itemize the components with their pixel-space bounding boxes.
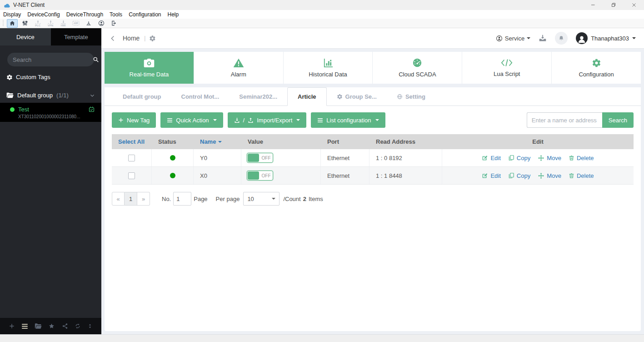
toggle-knob [248, 154, 259, 162]
exit-toolbar-button[interactable] [109, 19, 120, 28]
edit-icon [482, 155, 488, 161]
value-toggle[interactable]: OFF [247, 153, 273, 163]
search-button[interactable]: Search [602, 112, 634, 128]
sidebar-tab-template[interactable]: Template [51, 28, 102, 45]
toolbar-grip[interactable] [3, 20, 4, 27]
edit-link[interactable]: Edit [482, 172, 500, 179]
tags-table: Select All Status Name Value Port Read A… [112, 134, 634, 185]
count-prefix: /Count [283, 196, 300, 202]
download-icon[interactable] [539, 35, 547, 42]
share-icon[interactable] [62, 323, 68, 329]
delete-link[interactable]: Delete [569, 172, 594, 179]
tab-configuration[interactable]: Configuration [552, 52, 641, 84]
subtab-seminar[interactable]: Seminar202... [229, 88, 287, 106]
online-status-dot [10, 107, 15, 112]
menu-deviceconfig[interactable]: DeviceConfig [24, 10, 63, 19]
user-menu[interactable]: Thanaphat303 [576, 32, 636, 44]
menu-devicethrough[interactable]: DeviceThrough [63, 10, 106, 19]
home-icon [9, 20, 15, 26]
tab-alarm[interactable]: Alarm [194, 52, 284, 84]
per-page-select[interactable]: 10 [243, 192, 280, 206]
edit-icon [482, 172, 488, 179]
close-button[interactable] [624, 0, 644, 10]
vpn-toolbar-button: VPN [45, 19, 56, 28]
trash-icon [569, 172, 574, 179]
device-status-icon[interactable] [88, 106, 95, 113]
sort-icon[interactable] [87, 323, 93, 329]
statusbar [0, 334, 644, 342]
service-dropdown[interactable]: Service [496, 35, 530, 42]
group-tabs: Default group Control Mot... Seminar202.… [105, 87, 641, 106]
tab-historical-data[interactable]: Historical Data [284, 52, 373, 84]
value-toggle[interactable]: OFF [247, 171, 273, 181]
caret-down-icon [272, 198, 275, 200]
copy-link[interactable]: Copy [508, 172, 530, 179]
favorite-icon[interactable] [48, 323, 55, 329]
menu-display[interactable]: Display [0, 10, 24, 19]
sidebar-tab-device[interactable]: Device [0, 28, 51, 45]
refresh-icon[interactable] [75, 323, 81, 329]
menu-configuration[interactable]: Configuration [125, 10, 164, 19]
per-page-label: Per page [216, 196, 240, 202]
row-checkbox[interactable] [128, 172, 135, 179]
move-icon [538, 155, 544, 161]
arp-toolbar-button: ARP [70, 19, 81, 28]
caret-down-icon [375, 119, 379, 121]
subtab-setting[interactable]: Setting [387, 88, 435, 106]
menu-help[interactable]: Help [165, 10, 182, 19]
select-all-header[interactable]: Select All [112, 134, 152, 149]
tuning-toolbar-button[interactable] [20, 19, 30, 28]
page-settings-icon[interactable] [149, 35, 156, 42]
row-checkbox[interactable] [128, 155, 135, 161]
restore-button[interactable] [603, 0, 624, 10]
search-icon[interactable] [93, 56, 99, 63]
page-number-input[interactable] [173, 192, 191, 206]
prev-page-button[interactable]: « [112, 192, 125, 206]
subtab-default-group[interactable]: Default group [113, 88, 171, 106]
tab-lua-script[interactable]: Lua Script [462, 52, 552, 84]
delete-link[interactable]: Delete [569, 155, 594, 161]
move-link[interactable]: Move [538, 172, 561, 179]
tab-realtime-data[interactable]: Real-time Data [105, 52, 194, 84]
minimize-button[interactable] [583, 0, 603, 10]
chevron-down-icon[interactable] [90, 93, 95, 98]
sidebar-item-custom-tags[interactable]: Custom Tags [0, 70, 101, 84]
new-tag-button[interactable]: New Tag [112, 112, 156, 128]
move-link[interactable]: Move [538, 155, 561, 161]
subtab-group-settings[interactable]: Group Se... [327, 88, 387, 106]
sidebar-group-default[interactable]: Default group (1/1) [0, 88, 101, 103]
table-actions-row: New Tag Quick Action / Import/Export [105, 106, 641, 133]
list-configuration-button[interactable]: List configuration [311, 112, 385, 128]
hmi-toolbar-button: HMI [58, 19, 69, 28]
subtab-article[interactable]: Article [287, 87, 326, 106]
quick-action-button[interactable]: Quick Action [160, 112, 223, 128]
list-icon[interactable] [21, 323, 28, 329]
import-export-button[interactable]: / Import/Export [228, 112, 307, 128]
add-icon[interactable] [9, 323, 15, 329]
clean-toolbar-button[interactable] [83, 19, 94, 28]
name-header[interactable]: Name [194, 134, 241, 149]
tab-cloud-scada[interactable]: Cloud SCADA [373, 52, 462, 84]
copy-link[interactable]: Copy [508, 155, 530, 161]
sidebar-search-input[interactable] [13, 56, 93, 63]
import-icon [234, 117, 240, 123]
folder-icon[interactable] [35, 323, 42, 329]
account-toolbar-button[interactable] [96, 19, 107, 28]
current-page-button[interactable]: 1 [125, 192, 137, 206]
tag-port: Ethernet [321, 167, 369, 184]
count-value: 2 [303, 196, 306, 202]
notifications-button[interactable] [555, 32, 568, 45]
menu-tools[interactable]: Tools [106, 10, 125, 19]
home-toolbar-button[interactable] [7, 19, 18, 28]
subtab-control-mot[interactable]: Control Mot... [171, 88, 230, 106]
globe-icon [397, 94, 403, 100]
edit-link[interactable]: Edit [482, 155, 500, 161]
breadcrumb[interactable]: Home [123, 35, 140, 42]
back-button[interactable] [110, 35, 116, 42]
device-list-item-test[interactable]: Test XT301102001000002311080... [0, 103, 101, 122]
tag-search-input[interactable] [527, 112, 602, 128]
next-page-button[interactable]: » [137, 192, 150, 206]
table-header-row: Select All Status Name Value Port Read A… [112, 134, 634, 149]
pagination: « 1 » No. Page Per page 10 /Count 2 Item… [105, 185, 641, 213]
device-name: Test [18, 106, 29, 113]
